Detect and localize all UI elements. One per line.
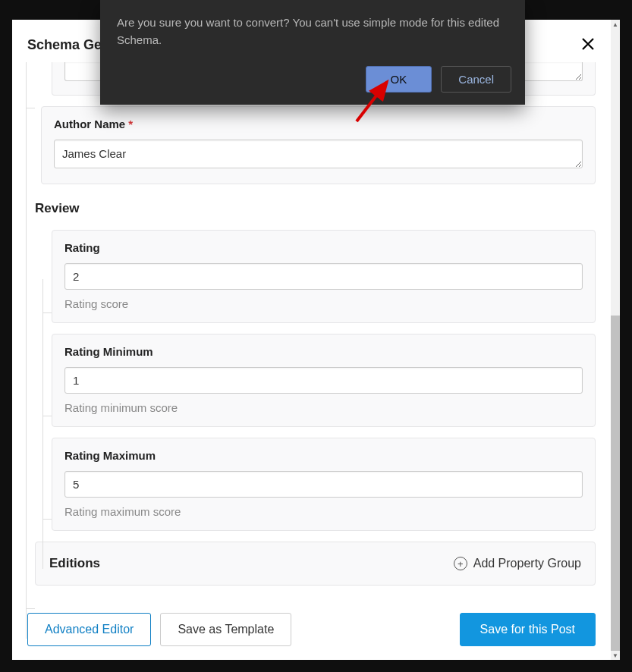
tree-hline-r3: [42, 519, 52, 520]
tree-vline-main: [26, 62, 27, 639]
rating-max-field-box: Rating Maximum Rating maximum score: [52, 438, 596, 531]
save-as-template-button[interactable]: Save as Template: [160, 613, 291, 646]
tree-vline-review: [42, 279, 43, 569]
tree-hline-editions: [26, 608, 35, 609]
rating-max-label: Rating Maximum: [64, 449, 583, 462]
tree-hline-r2: [42, 416, 52, 416]
review-block: Rating Rating score Rating Minimum Ratin…: [52, 230, 596, 531]
advanced-editor-button[interactable]: Advanced Editor: [27, 613, 151, 646]
confirm-buttons: OK Cancel: [117, 66, 511, 93]
rating-input[interactable]: [64, 263, 583, 290]
rating-min-input[interactable]: [64, 367, 583, 394]
confirm-dialog: Are you sure you want to convert? You ca…: [100, 0, 525, 105]
modal-title: Schema Gen: [27, 37, 110, 53]
editions-row: Editions + Add Property Group: [35, 542, 596, 586]
required-asterisk: *: [128, 118, 133, 130]
add-property-group-button[interactable]: + Add Property Group: [454, 557, 581, 570]
rating-max-input[interactable]: [64, 471, 583, 498]
rating-min-field-box: Rating Minimum Rating minimum score: [52, 334, 596, 427]
scrollbar-up-icon[interactable]: ▲: [611, 20, 620, 29]
rating-max-hint: Rating maximum score: [64, 505, 583, 518]
review-section-title: Review: [35, 201, 596, 216]
scrollbar[interactable]: ▲ ▼: [611, 20, 620, 660]
cancel-button[interactable]: Cancel: [441, 66, 511, 93]
rating-min-label: Rating Minimum: [64, 345, 583, 358]
rating-hint: Rating score: [64, 297, 583, 310]
author-label: Author Name *: [54, 118, 583, 130]
editions-label: Editions: [49, 556, 100, 571]
modal-content: Author Name * James Clear Review Rating …: [12, 62, 611, 601]
scrollbar-down-icon[interactable]: ▼: [611, 651, 620, 660]
save-for-post-button[interactable]: Save for this Post: [460, 613, 596, 646]
rating-label: Rating: [64, 241, 583, 254]
author-field-box: Author Name * James Clear: [41, 106, 596, 184]
ok-button[interactable]: OK: [366, 66, 432, 93]
close-icon[interactable]: [580, 35, 596, 55]
scrollbar-thumb[interactable]: [611, 316, 620, 653]
plus-icon: +: [454, 557, 467, 570]
author-name-input[interactable]: James Clear: [54, 140, 583, 168]
tree-hline-r1: [42, 312, 52, 313]
modal-footer: Advanced Editor Save as Template Save fo…: [12, 601, 611, 658]
tree-hline-author: [26, 108, 35, 108]
add-property-group-label: Add Property Group: [473, 557, 581, 570]
schema-modal: Schema Gen Author Name * James Clear Rev…: [12, 20, 611, 660]
rating-min-hint: Rating minimum score: [64, 401, 583, 414]
confirm-message: Are you sure you want to convert? You ca…: [117, 14, 511, 49]
rating-field-box: Rating Rating score: [52, 230, 596, 323]
